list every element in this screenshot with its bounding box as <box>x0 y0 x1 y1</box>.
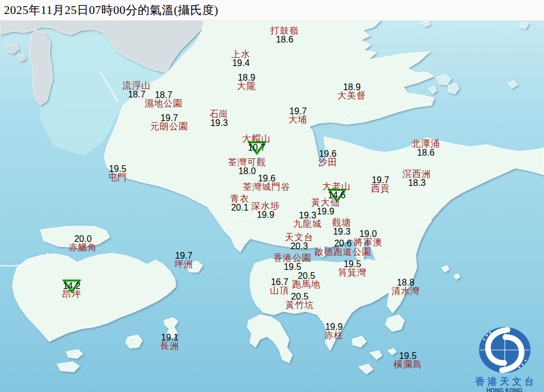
station-pak-tam-chung: 北潭涌18.6 <box>412 139 440 157</box>
station-name: 赤柱 <box>324 331 343 340</box>
station-temperature: 19.5 <box>108 165 127 173</box>
station-name: 筲箕灣 <box>338 268 367 277</box>
station-name: 黃大仙 <box>311 198 340 207</box>
station-tai-mo-shan: 大帽山10.7 <box>243 134 271 152</box>
station-temperature: 18.6 <box>271 35 299 44</box>
station-temperature: 19.5 <box>338 260 367 268</box>
hko-logo-icon <box>465 323 544 374</box>
station-temperature: 19.3 <box>332 227 351 236</box>
station-temperature: 18.7 <box>145 91 183 99</box>
station-name: 北潭涌 <box>412 139 440 148</box>
station-wong-chuk-hang: 20.5黃竹坑 <box>286 292 314 310</box>
station-temperature: 19.4 <box>231 59 250 67</box>
station-temperature: 19.6 <box>318 150 337 158</box>
station-temperature: 16.7 <box>270 278 289 286</box>
station-temperature: 19.1 <box>160 333 179 342</box>
station-temperature: 20.6 <box>314 239 371 248</box>
station-tuen-mun: 19.5屯門 <box>108 165 127 182</box>
station-tsing-yi: 青衣20.1 <box>230 194 249 212</box>
station-ta-kwu-ling: 打鼓嶺18.6 <box>271 26 299 44</box>
station-chek-lap-kok: 20.0赤鱲角 <box>69 235 97 252</box>
station-sai-kung: 19.7西貢 <box>371 176 390 193</box>
station-name: 打鼓嶺 <box>271 26 299 35</box>
station-temperature: 20.5 <box>292 272 321 280</box>
station-name: 昂坪 <box>62 290 81 299</box>
station-name: 觀塘 <box>332 218 351 227</box>
station-name: 石崗 <box>210 110 229 119</box>
station-tsuen-wan-shing-mun-valley: 19.6荃灣城門谷 <box>243 174 291 192</box>
station-name: 黃竹坑 <box>286 301 314 310</box>
title-bar: 2025年11月25日07時00分的氣溫(攝氏度) <box>0 0 544 21</box>
station-name: 九龍城 <box>294 220 322 228</box>
station-name: 西貢 <box>371 184 390 193</box>
station-temperature: 18.8 <box>392 278 420 287</box>
station-stanley: 19.9赤柱 <box>324 323 343 340</box>
station-tates-cairn: 大老山14.6 <box>323 182 351 199</box>
station-temperature: 19.3 <box>210 119 229 127</box>
station-happy-valley: 20.5跑馬地 <box>292 272 321 289</box>
station-kai-tak-runway-park: 20.6啟德跑道公園 <box>314 239 371 256</box>
station-name: 天文台 <box>285 233 314 242</box>
station-name: 濕地公園 <box>145 99 183 108</box>
station-sheung-shui: 上水19.4 <box>231 50 250 67</box>
station-name: 香港公園 <box>273 254 311 263</box>
station-name: 大隴 <box>237 82 256 91</box>
station-sha-tin: 19.6沙田 <box>318 150 337 167</box>
station-temperature: 19.6 <box>243 174 291 183</box>
station-cheung-chau: 19.1長洲 <box>160 333 179 351</box>
station-temperature: 19.5 <box>394 352 422 360</box>
station-clear-water-bay: 18.8清水灣 <box>392 278 420 296</box>
station-name: 長洲 <box>160 342 179 351</box>
station-temperature: 19.7 <box>150 114 188 122</box>
station-kwun-tong: 觀塘19.3 <box>332 218 351 236</box>
station-name: 大埔 <box>289 115 308 124</box>
map-title: 2025年11月25日07時00分的氣溫(攝氏度) <box>0 2 218 18</box>
station-temperature: 19.7 <box>289 107 308 115</box>
station-temperature: 20.0 <box>69 235 97 243</box>
station-name: 大美督 <box>338 91 366 100</box>
station-name: 深水埗 <box>252 202 280 211</box>
station-name: 沙田 <box>318 158 337 167</box>
station-temperature: 18.3 <box>403 179 431 187</box>
station-hk-observatory: 天文台20.3 <box>285 233 314 250</box>
station-name: 青衣 <box>230 194 249 203</box>
station-name: 橫瀾島 <box>394 360 422 369</box>
station-shek-kong: 石崗19.3 <box>210 110 229 127</box>
station-waglan-island: 19.5橫瀾島 <box>394 352 422 369</box>
station-peng-chau: 19.7坪洲 <box>174 251 193 269</box>
station-temperature: 14.2 <box>62 282 81 290</box>
weather-map-screen: 2025年11月25日07時00分的氣溫(攝氏度) 打鼓嶺18.6上水19.41… <box>0 0 544 392</box>
station-name: 屯門 <box>108 173 127 182</box>
station-temperature: 19.7 <box>174 251 193 260</box>
station-temperature: 18.6 <box>412 148 440 157</box>
station-temperature: 18.9 <box>237 73 256 82</box>
station-kowloon-city: 19.3九龍城 <box>294 211 322 228</box>
station-tai-mei-tuk: 18.9大美督 <box>338 83 366 100</box>
stations-layer: 打鼓嶺18.6上水19.418.9大隴18.9大美督流浮山18.718.7濕地公… <box>0 0 544 392</box>
station-temperature: 20.3 <box>285 242 314 250</box>
hko-logo-chinese: 香港天文台 <box>465 377 544 387</box>
station-wetland-park: 18.7濕地公園 <box>145 91 183 108</box>
station-hong-kong-park: 香港公園19.5 <box>273 254 311 271</box>
station-name: 啟德跑道公園 <box>314 248 371 256</box>
station-kau-sai-chau: 滘西洲18.3 <box>403 170 431 187</box>
station-temperature: 10.7 <box>243 143 271 152</box>
station-name: 跑馬地 <box>292 280 321 289</box>
hko-logo-english: HONG KONG OBSERVATORY <box>465 387 544 392</box>
station-tai-po: 19.7大埔 <box>289 107 308 124</box>
station-name: 清水灣 <box>392 287 420 296</box>
station-sham-shui-po: 深水埗19.9 <box>252 202 280 219</box>
station-name: 滘西洲 <box>403 170 431 179</box>
station-temperature: 19.3 <box>294 211 322 220</box>
station-ngong-ping: 14.2昂坪 <box>62 282 81 299</box>
station-temperature: 20.1 <box>230 203 249 212</box>
station-yuen-long-park: 19.7元朗公園 <box>150 114 188 131</box>
station-tai-lung: 18.9大隴 <box>237 73 256 91</box>
station-name: 大帽山 <box>243 134 271 143</box>
station-name: 元朗公園 <box>150 122 188 131</box>
station-name: 流浮山 <box>123 81 151 90</box>
station-name: 荃灣可觀 <box>228 158 266 167</box>
station-temperature: 20.5 <box>286 292 314 301</box>
station-tsuen-wan-ho-koon: 荃灣可觀18.0 <box>228 158 266 175</box>
station-name: 赤鱲角 <box>69 243 97 252</box>
